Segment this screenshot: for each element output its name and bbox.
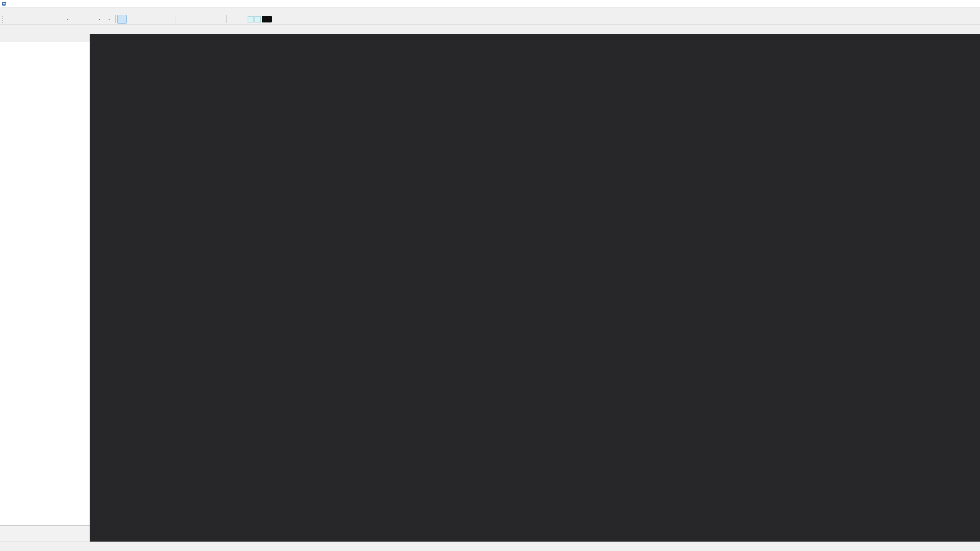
self-weight-button[interactable] bbox=[262, 16, 272, 22]
standard-toolbar: ▾▾▾ bbox=[0, 14, 980, 25]
title-bar bbox=[0, 0, 980, 8]
navigator-header bbox=[0, 34, 90, 42]
color-swatch-2[interactable] bbox=[255, 16, 261, 22]
status-bar bbox=[0, 541, 980, 551]
viewport-3d[interactable] bbox=[90, 34, 980, 542]
toolbar-separator bbox=[93, 15, 93, 23]
redo-icon[interactable]: ▾ bbox=[104, 15, 114, 24]
insert-member-load-icon[interactable] bbox=[238, 15, 247, 24]
undo-icon[interactable]: ▾ bbox=[95, 15, 104, 24]
insert-node-load-icon[interactable] bbox=[228, 15, 238, 24]
model-3d-scene[interactable] bbox=[90, 34, 188, 83]
dlubal-connect-icon[interactable] bbox=[25, 15, 35, 24]
sc-console-icon[interactable] bbox=[155, 15, 164, 24]
toolbar-separator bbox=[226, 15, 227, 23]
knot-rotate-icon[interactable] bbox=[196, 15, 206, 24]
toolbar-grip bbox=[2, 16, 5, 23]
mini-table-icon[interactable] bbox=[164, 15, 174, 24]
table-colors-icon[interactable] bbox=[136, 15, 146, 24]
navigator-tab-strip bbox=[0, 525, 90, 542]
maximize-button[interactable] bbox=[954, 0, 967, 7]
menu-bar bbox=[0, 8, 980, 14]
new-model-icon[interactable] bbox=[6, 15, 16, 24]
rstab-application-window: ▾▾▾ bbox=[0, 0, 980, 551]
copy-table-icon[interactable] bbox=[82, 15, 91, 24]
display-navigator-tree bbox=[0, 42, 90, 525]
knot-circle-icon[interactable] bbox=[187, 15, 196, 24]
navigator-toggle-icon[interactable] bbox=[117, 15, 127, 24]
knot-solid-icon[interactable] bbox=[206, 15, 215, 24]
navigator-panel bbox=[0, 34, 90, 542]
open-model-icon[interactable] bbox=[16, 15, 25, 24]
print-icon[interactable]: ▾ bbox=[63, 15, 72, 24]
network-project-icon[interactable] bbox=[35, 15, 44, 24]
console-icon[interactable] bbox=[146, 15, 155, 24]
toolbar-separator bbox=[115, 15, 116, 23]
app-logo-icon bbox=[2, 1, 7, 6]
knot-open-icon[interactable] bbox=[178, 15, 187, 24]
tables-toggle-icon[interactable] bbox=[127, 15, 136, 24]
knot-box-icon[interactable] bbox=[215, 15, 225, 24]
save-icon[interactable] bbox=[53, 15, 63, 24]
close-button[interactable] bbox=[967, 0, 980, 7]
minimize-button[interactable] bbox=[941, 0, 954, 7]
save-data-icon[interactable] bbox=[44, 15, 53, 24]
color-swatch-1[interactable] bbox=[248, 16, 254, 22]
generate-model-icon[interactable] bbox=[72, 15, 82, 24]
